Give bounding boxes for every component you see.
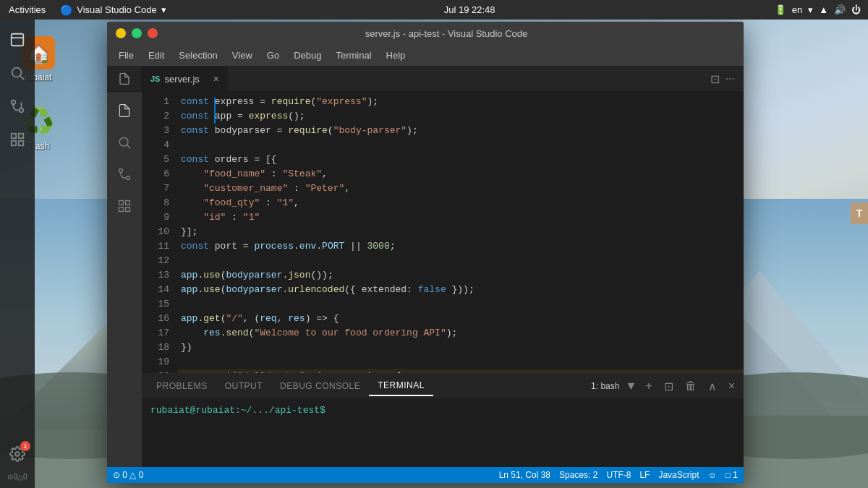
maximize-button[interactable] (132, 28, 142, 38)
statusbar-line-ending[interactable]: LF (639, 470, 650, 480)
menu-edit[interactable]: Edit (142, 47, 170, 64)
battery-icon: 🔋 (775, 4, 786, 15)
close-button[interactable] (148, 28, 158, 38)
lang-dropdown-icon[interactable]: ▾ (808, 4, 813, 15)
window-title: server.js - api-test - Visual Studio Cod… (158, 28, 735, 39)
svg-point-24 (127, 176, 130, 180)
code-line-19 (178, 355, 744, 369)
statusbar-language[interactable]: JavaScript (658, 470, 699, 480)
svg-point-21 (119, 137, 128, 146)
terminal-add-button[interactable]: + (642, 378, 655, 394)
power-icon: ⏻ (851, 4, 861, 15)
tab-serverjs[interactable]: JS server.js × (142, 67, 229, 91)
dock-item-files[interactable] (3, 25, 32, 54)
vscode-menubar: File Edit Selection View Go Debug Termin… (107, 45, 744, 67)
terminal-prompt: rubaiat@rubaiat:~/.../api-test$ (150, 405, 326, 416)
split-editor-icon[interactable]: ⊡ (710, 72, 720, 86)
svg-rect-16 (12, 134, 16, 138)
vscode-icon: 🔵 (60, 4, 72, 16)
code-line-4 (178, 138, 744, 153)
statusbar-encoding[interactable]: UTF-8 (606, 470, 631, 480)
terminal-close-button[interactable]: × (726, 378, 738, 394)
code-line-6: "food_name" : "Steak", (178, 167, 744, 181)
vscode-editor: 1234 56789 1011121314 1516171819 2021222… (107, 92, 744, 467)
code-line-8: "food_qty" : "1", (178, 196, 744, 210)
vscode-window: server.js - api-test - Visual Studio Cod… (107, 22, 744, 483)
terminal-content[interactable]: rubaiat@rubaiat:~/.../api-test$ (142, 399, 744, 467)
activities-button[interactable]: Activities (0, 4, 54, 15)
activity-git[interactable] (111, 161, 137, 187)
bash-dropdown[interactable]: ▼ (625, 380, 637, 393)
menu-view[interactable]: View (226, 47, 258, 64)
code-line-15 (178, 297, 744, 312)
code-line-1: const express = require("express"); (178, 95, 744, 109)
menu-selection[interactable]: Selection (173, 47, 223, 64)
code-line-17: res.send("Welcome to our food ordering A… (178, 326, 744, 341)
dock-item-source-control[interactable] (3, 92, 32, 121)
vscode-tabbar: JS server.js × ⊡ ··· (107, 67, 744, 92)
menu-debug[interactable]: Debug (288, 47, 327, 64)
settings-badge: 1 (20, 441, 30, 451)
code-area[interactable]: 1234 56789 1011121314 1516171819 2021222… (142, 92, 744, 467)
tab-terminal[interactable]: TERMINAL (369, 376, 433, 396)
statusbar-spaces[interactable]: Spaces: 2 (559, 470, 597, 480)
tab-debug-console[interactable]: DEBUG CONSOLE (271, 377, 369, 395)
dock-status: ⊙0△0 (7, 473, 27, 481)
svg-rect-27 (119, 207, 124, 212)
menu-terminal[interactable]: Terminal (330, 47, 377, 64)
dock-item-settings[interactable]: 1 (3, 440, 32, 468)
code-line-3: const bodyparser = require("body-parser"… (178, 124, 744, 138)
menu-help[interactable]: Help (380, 47, 412, 64)
activity-extensions[interactable] (111, 193, 137, 219)
terminal-panel: PROBLEMS OUTPUT DEBUG CONSOLE TERMINAL 1… (142, 373, 744, 467)
dock: 1 ⊙0△0 (0, 20, 35, 488)
svg-rect-25 (119, 201, 124, 205)
code-line-12 (178, 254, 744, 268)
app-name-area[interactable]: 🔵 Visual Studio Code ▾ (54, 4, 171, 16)
statusbar-errors[interactable]: ⊙ 0 △ 0 (113, 470, 143, 480)
menu-file[interactable]: File (113, 47, 140, 64)
code-editor-content[interactable]: const express = require("express"); cons… (178, 92, 744, 373)
right-edge-panel: T (851, 202, 868, 224)
svg-point-12 (12, 68, 22, 77)
svg-rect-28 (126, 207, 130, 212)
svg-point-14 (12, 100, 16, 105)
statusbar-smile: ☺ (707, 470, 716, 480)
dock-item-search[interactable] (3, 59, 32, 87)
menu-go[interactable]: Go (261, 47, 285, 64)
bash-label: 1: bash (591, 381, 619, 391)
wifi-icon: ▲ (819, 4, 828, 15)
tab-lang-badge: JS (150, 74, 160, 83)
svg-rect-19 (19, 141, 23, 145)
svg-line-22 (127, 145, 131, 149)
statusbar-num: □ 1 (726, 470, 738, 480)
statusbar-position[interactable]: Ln 51, Col 38 (499, 470, 550, 480)
code-line-2: const app = express(); (178, 109, 744, 124)
topbar-datetime: Jul 19 22:48 (172, 4, 767, 15)
svg-point-23 (119, 169, 123, 173)
terminal-collapse-button[interactable]: ∧ (705, 378, 720, 395)
topbar: Activities 🔵 Visual Studio Code ▾ Jul 19… (0, 0, 868, 20)
dock-item-extensions[interactable] (3, 125, 32, 154)
terminal-split-button[interactable]: ⊡ (661, 378, 676, 395)
lang-label[interactable]: en (792, 4, 802, 15)
svg-point-20 (15, 452, 20, 456)
svg-rect-11 (12, 34, 24, 46)
files-tab-icon (118, 72, 131, 85)
more-actions-icon[interactable]: ··· (726, 72, 735, 85)
tab-problems[interactable]: PROBLEMS (148, 377, 216, 395)
line-numbers: 1234 56789 1011121314 1516171819 2021222… (142, 92, 178, 373)
activity-search[interactable] (111, 129, 137, 155)
tab-left-area (107, 67, 142, 91)
statusbar-right: Ln 51, Col 38 Spaces: 2 UTF-8 LF JavaScr… (499, 470, 738, 480)
terminal-trash-button[interactable]: 🗑 (682, 378, 699, 394)
tab-output[interactable]: OUTPUT (216, 377, 271, 395)
minimize-button[interactable] (116, 28, 126, 38)
code-line-10: }]; (178, 225, 744, 239)
activity-explorer[interactable] (111, 98, 137, 124)
tab-close-button[interactable]: × (213, 73, 219, 85)
terminal-tab-right: 1: bash ▼ + ⊡ 🗑 ∧ × (591, 378, 738, 395)
app-title: Visual Studio Code (77, 4, 156, 15)
svg-rect-18 (12, 141, 16, 145)
app-dropdown-icon[interactable]: ▾ (161, 4, 166, 15)
